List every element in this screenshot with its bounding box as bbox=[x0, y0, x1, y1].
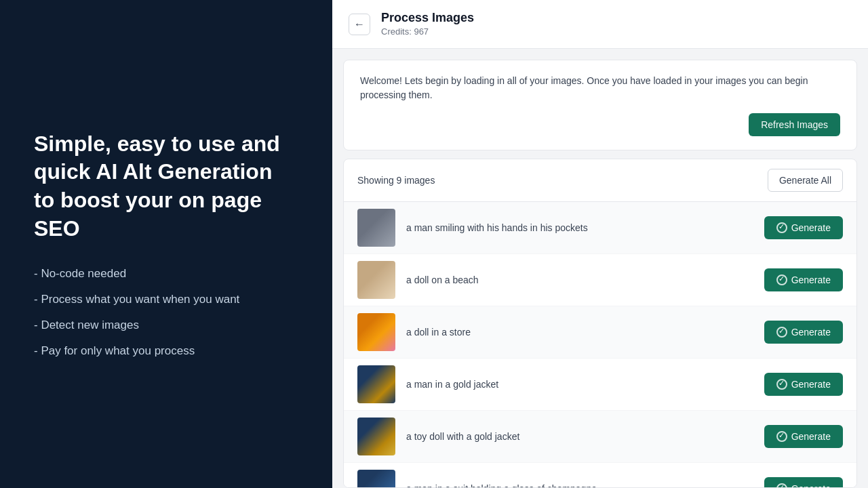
table-row: a toy doll with a gold jacketGenerate bbox=[344, 411, 856, 463]
feature-item-4: - Pay for only what you process bbox=[34, 344, 298, 358]
generate-button[interactable]: Generate bbox=[764, 425, 843, 448]
generate-button[interactable]: Generate bbox=[764, 321, 843, 344]
images-section: Showing 9 images Generate All a man smil… bbox=[343, 159, 857, 488]
generate-button-label: Generate bbox=[791, 327, 831, 338]
generate-button-label: Generate bbox=[791, 379, 831, 390]
check-circle-icon bbox=[776, 327, 787, 338]
image-thumbnail bbox=[357, 470, 395, 487]
image-thumbnail bbox=[357, 209, 395, 247]
feature-item-1: - No-code needed bbox=[34, 267, 298, 281]
table-row: a man in a gold jacketGenerate bbox=[344, 359, 856, 411]
refresh-label: Refresh Images bbox=[761, 119, 828, 130]
generate-button[interactable]: Generate bbox=[764, 477, 843, 487]
generate-button[interactable]: Generate bbox=[764, 268, 843, 291]
images-list: a man smiling with his hands in his pock… bbox=[344, 202, 856, 487]
check-circle-icon bbox=[776, 222, 787, 233]
image-alt-text: a toy doll with a gold jacket bbox=[406, 431, 753, 442]
images-header: Showing 9 images Generate All bbox=[344, 159, 856, 202]
image-alt-text: a man smiling with his hands in his pock… bbox=[406, 222, 753, 233]
check-circle-icon bbox=[776, 379, 787, 390]
right-panel: ← Process Images Credits: 967 Welcome! L… bbox=[332, 0, 868, 488]
image-alt-text: a doll in a store bbox=[406, 327, 753, 338]
table-row: a doll on a beachGenerate bbox=[344, 254, 856, 306]
generate-button-label: Generate bbox=[791, 274, 831, 285]
image-thumbnail bbox=[357, 261, 395, 299]
image-alt-text: a man in a suit holding a glass of champ… bbox=[406, 483, 753, 487]
generate-button-label: Generate bbox=[791, 483, 831, 487]
header-text: Process Images Credits: 967 bbox=[381, 11, 474, 37]
generate-all-button[interactable]: Generate All bbox=[768, 169, 843, 192]
welcome-message: Welcome! Lets begin by loading in all of… bbox=[360, 74, 840, 102]
panel-header: ← Process Images Credits: 967 bbox=[332, 0, 868, 49]
generate-button-label: Generate bbox=[791, 431, 831, 442]
table-row: a man smiling with his hands in his pock… bbox=[344, 202, 856, 254]
check-circle-icon bbox=[776, 274, 787, 285]
image-thumbnail bbox=[357, 418, 395, 455]
check-circle-icon bbox=[776, 431, 787, 442]
table-row: a man in a suit holding a glass of champ… bbox=[344, 463, 856, 487]
left-panel: Simple, easy to use and quick AI Alt Gen… bbox=[0, 0, 332, 488]
welcome-footer: Refresh Images bbox=[360, 113, 840, 136]
generate-button[interactable]: Generate bbox=[764, 373, 843, 396]
feature-item-3: - Detect new images bbox=[34, 319, 298, 332]
image-alt-text: a man in a gold jacket bbox=[406, 379, 753, 390]
generate-button-label: Generate bbox=[791, 222, 831, 233]
image-thumbnail bbox=[357, 313, 395, 351]
images-count: Showing 9 images bbox=[357, 175, 435, 186]
welcome-section: Welcome! Lets begin by loading in all of… bbox=[343, 60, 857, 150]
back-button[interactable]: ← bbox=[349, 14, 370, 35]
headline: Simple, easy to use and quick AI Alt Gen… bbox=[34, 130, 298, 243]
credits-label: Credits: 967 bbox=[381, 26, 429, 37]
panel-title: Process Images bbox=[381, 11, 474, 25]
generate-button[interactable]: Generate bbox=[764, 216, 843, 239]
check-circle-icon bbox=[776, 483, 787, 487]
table-row: a doll in a storeGenerate bbox=[344, 306, 856, 359]
feature-item-2: - Process what you want when you want bbox=[34, 293, 298, 306]
features-list: - No-code needed - Process what you want… bbox=[34, 267, 298, 358]
image-thumbnail bbox=[357, 365, 395, 403]
refresh-images-button[interactable]: Refresh Images bbox=[749, 113, 840, 136]
image-alt-text: a doll on a beach bbox=[406, 274, 753, 285]
